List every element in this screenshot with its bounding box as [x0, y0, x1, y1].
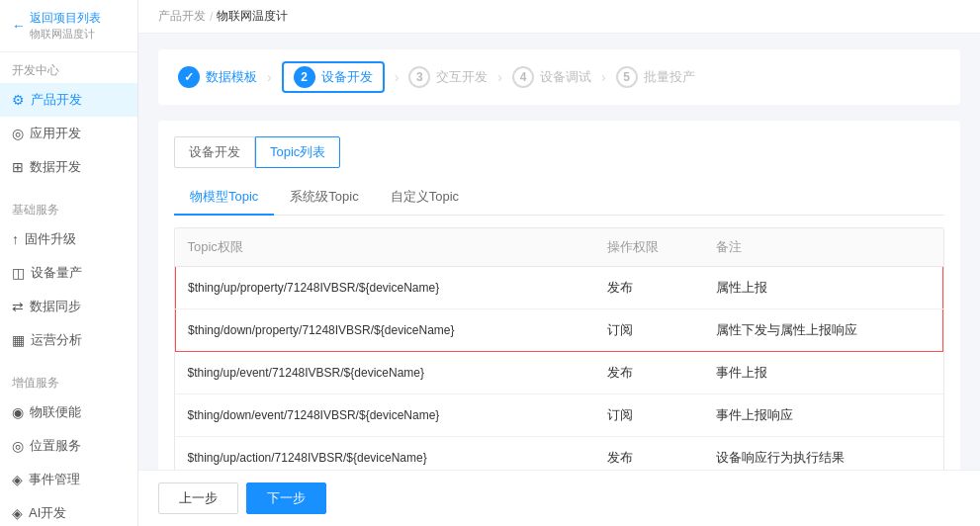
sidebar-item-location[interactable]: ◎ 位置服务	[0, 429, 137, 463]
next-button[interactable]: 下一步	[246, 482, 326, 514]
sidebar-item-label: 应用开发	[30, 125, 81, 142]
dev-center-label: 开发中心	[0, 52, 137, 83]
table-row: $thing/up/action/71248IVBSR/${deviceName…	[176, 437, 943, 471]
cell-permission: 发布	[595, 437, 704, 471]
sidebar-item-data-dev[interactable]: ⊞ 数据开发	[0, 150, 137, 184]
topic-tab-system[interactable]: 系统级Topic	[274, 180, 374, 216]
table-row: $thing/down/property/71248IVBSR/${device…	[176, 309, 943, 352]
cell-topic: $thing/up/event/71248IVBSR/${deviceName}	[176, 352, 595, 394]
sidebar-item-mass-prod[interactable]: ◫ 设备量产	[0, 256, 137, 290]
sidebar-item-label: 数据同步	[30, 298, 81, 315]
breadcrumb: 产品开发 / 物联网温度计	[138, 0, 980, 34]
prev-button[interactable]: 上一步	[158, 482, 238, 514]
tab-topic-list[interactable]: Topic列表	[255, 136, 340, 168]
breadcrumb-part1: 产品开发	[158, 8, 206, 25]
step-2-label: 设备开发	[321, 68, 373, 86]
cell-note: 事件上报响应	[704, 394, 943, 437]
sidebar-item-app-dev[interactable]: ◎ 应用开发	[0, 117, 137, 150]
event-icon: ◈	[12, 472, 23, 487]
back-info: 返回项目列表 物联网温度计	[30, 10, 101, 42]
step-1-label: 数据模板	[206, 68, 257, 86]
sub-tabs: 设备开发 Topic列表	[174, 136, 944, 168]
data-icon: ⊞	[12, 159, 24, 175]
cell-topic: $thing/down/event/71248IVBSR/${deviceNam…	[176, 394, 595, 437]
back-label: 返回项目列表	[30, 10, 101, 27]
cell-permission: 订阅	[595, 309, 704, 352]
page-content: ✓ 数据模板 › 2 设备开发 › 3 交互开发 › 4 设备调试 › 5 批量…	[138, 34, 980, 470]
ai-icon: ◈	[12, 505, 23, 521]
col-permission-header: 操作权限	[595, 228, 704, 267]
step-4-label: 设备调试	[540, 68, 591, 86]
iot-icon: ◉	[12, 404, 24, 420]
sidebar-item-ai[interactable]: ◈ AI开发	[0, 496, 137, 526]
cell-permission: 订阅	[595, 394, 704, 437]
sidebar-item-product-dev[interactable]: ⚙ 产品开发	[0, 83, 137, 117]
topic-table: Topic权限 操作权限 备注 $thing/up/property/71248…	[175, 228, 943, 470]
cell-note: 事件上报	[704, 352, 943, 394]
topic-tab-custom[interactable]: 自定义Topic	[375, 180, 475, 216]
cell-note: 设备响应行为执行结果	[704, 437, 943, 471]
breadcrumb-part2: 物联网温度计	[217, 8, 288, 25]
cell-note: 属性上报	[704, 267, 943, 309]
step-2: 2 设备开发	[282, 61, 385, 93]
step-3: 3 交互开发	[408, 66, 488, 88]
location-icon: ◎	[12, 438, 24, 454]
tab-card: 设备开发 Topic列表 物模型Topic 系统级Topic 自定义Topic …	[158, 121, 960, 470]
extra-services-label: 增值服务	[0, 365, 137, 395]
main-content: 产品开发 / 物联网温度计 ✓ 数据模板 › 2 设备开发 › 3 交互开发 ›…	[138, 0, 980, 526]
sidebar-item-label: AI开发	[29, 504, 66, 522]
steps-bar: ✓ 数据模板 › 2 设备开发 › 3 交互开发 › 4 设备调试 › 5 批量…	[158, 49, 960, 105]
step-5: 5 批量投产	[616, 66, 695, 88]
table-row: $thing/down/event/71248IVBSR/${deviceNam…	[176, 394, 943, 437]
cell-topic: $thing/up/action/71248IVBSR/${deviceName…	[176, 437, 595, 471]
app-icon: ◎	[12, 126, 24, 141]
table-header: Topic权限 操作权限 备注	[176, 228, 943, 267]
firmware-icon: ↑	[12, 231, 19, 247]
table-header-row: Topic权限 操作权限 备注	[176, 228, 943, 267]
table-row: $thing/up/property/71248IVBSR/${deviceNa…	[176, 267, 943, 309]
cell-note: 属性下发与属性上报响应	[704, 309, 943, 352]
gear-icon: ⚙	[12, 92, 25, 108]
prod-icon: ◫	[12, 265, 25, 281]
topic-tabs: 物模型Topic 系统级Topic 自定义Topic	[174, 180, 944, 216]
basic-services-label: 基础服务	[0, 192, 137, 222]
step-3-circle: 3	[408, 66, 430, 88]
back-button[interactable]: ← 返回项目列表 物联网温度计	[0, 0, 137, 52]
sidebar-item-label: 事件管理	[29, 471, 80, 488]
cell-permission: 发布	[595, 352, 704, 394]
step-arrow-3: ›	[497, 69, 502, 85]
cell-permission: 发布	[595, 267, 704, 309]
step-4-circle: 4	[512, 66, 534, 88]
sync-icon: ⇄	[12, 299, 24, 314]
step-4: 4 设备调试	[512, 66, 591, 88]
sidebar: ← 返回项目列表 物联网温度计 开发中心 ⚙ 产品开发 ◎ 应用开发 ⊞ 数据开…	[0, 0, 138, 526]
sidebar-item-event[interactable]: ◈ 事件管理	[0, 463, 137, 496]
sidebar-item-label: 物联便能	[30, 403, 81, 421]
table-row: $thing/up/event/71248IVBSR/${deviceName}…	[176, 352, 943, 394]
sidebar-item-label: 产品开发	[31, 91, 82, 109]
sidebar-item-ops[interactable]: ▦ 运营分析	[0, 323, 137, 357]
step-1: ✓ 数据模板	[178, 66, 257, 88]
sidebar-item-label: 数据开发	[30, 158, 81, 176]
step-1-circle: ✓	[178, 66, 200, 88]
back-arrow-icon: ←	[12, 18, 26, 34]
sidebar-item-label: 设备量产	[31, 264, 82, 282]
tab-device-dev[interactable]: 设备开发	[174, 136, 255, 168]
sidebar-item-data-sync[interactable]: ⇄ 数据同步	[0, 290, 137, 323]
step-5-circle: 5	[616, 66, 638, 88]
cell-topic: $thing/up/property/71248IVBSR/${deviceNa…	[176, 267, 595, 309]
col-topic-header: Topic权限	[176, 228, 595, 267]
table-body: $thing/up/property/71248IVBSR/${deviceNa…	[176, 267, 943, 471]
col-note-header: 备注	[704, 228, 943, 267]
sidebar-item-firmware[interactable]: ↑ 固件升级	[0, 222, 137, 256]
sidebar-item-iot[interactable]: ◉ 物联便能	[0, 395, 137, 429]
sidebar-item-label: 固件升级	[25, 230, 76, 248]
step-arrow-4: ›	[601, 69, 606, 85]
bottom-bar: 上一步 下一步	[138, 470, 980, 526]
breadcrumb-sep: /	[210, 10, 213, 24]
topic-tab-thing[interactable]: 物模型Topic	[174, 180, 274, 216]
step-2-circle: 2	[294, 66, 315, 88]
ops-icon: ▦	[12, 332, 25, 348]
step-arrow-2: ›	[395, 69, 400, 85]
topic-table-wrapper: Topic权限 操作权限 备注 $thing/up/property/71248…	[174, 227, 944, 470]
